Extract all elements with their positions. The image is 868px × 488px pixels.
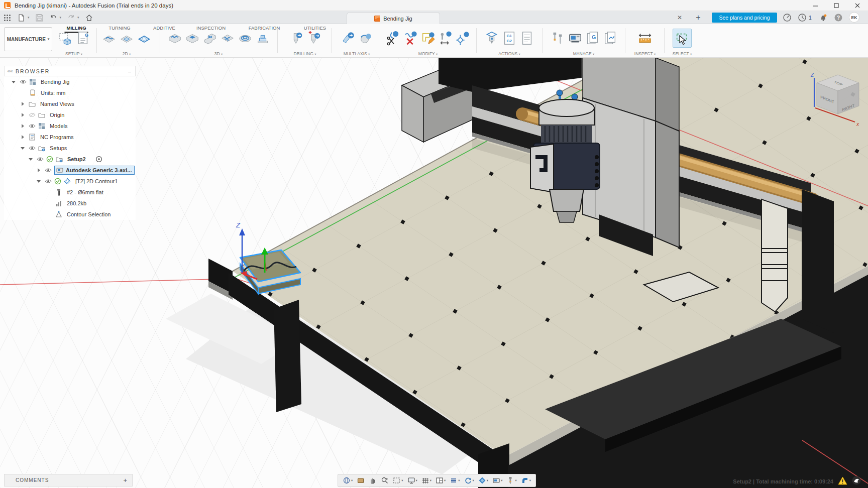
nc-program-icon[interactable]: G xyxy=(75,31,90,46)
tab-close-icon[interactable]: ✕ xyxy=(675,13,684,22)
drill-icon[interactable] xyxy=(289,31,304,46)
chevron-down-icon[interactable] xyxy=(27,156,34,163)
post-process-icon[interactable]: G1G2 xyxy=(502,31,517,46)
file-menu-caret-icon[interactable]: ▾ xyxy=(28,16,30,20)
pan-button[interactable] xyxy=(367,474,378,486)
undo-icon[interactable] xyxy=(49,14,58,22)
new-setup-icon[interactable] xyxy=(58,31,73,46)
zoom-window-button[interactable]: ▾ xyxy=(391,474,404,486)
active-setup-target-icon[interactable] xyxy=(95,156,102,163)
add-comment-icon[interactable]: + xyxy=(123,476,127,484)
tool-display-button[interactable]: ▾ xyxy=(505,474,518,486)
stretch-icon[interactable] xyxy=(438,31,453,46)
comments-bar[interactable]: COMMENTS + xyxy=(4,474,133,486)
file-menu-icon[interactable] xyxy=(17,14,26,22)
notification-bell-icon[interactable] xyxy=(819,13,828,22)
chevron-right-icon[interactable] xyxy=(19,111,26,118)
job-processing-icon[interactable] xyxy=(852,476,861,487)
3d-flow-icon[interactable] xyxy=(220,31,235,46)
simulate-icon[interactable] xyxy=(484,31,499,46)
see-plans-button[interactable]: See plans and pricing xyxy=(712,13,777,23)
viewports-button[interactable]: ▾ xyxy=(434,474,447,486)
zoom-button[interactable] xyxy=(379,474,390,486)
grid-button[interactable]: ▾ xyxy=(420,474,433,486)
3d-pocket-icon[interactable] xyxy=(185,31,200,46)
probe-display-button[interactable]: ▾ xyxy=(519,474,532,486)
eye-icon[interactable] xyxy=(29,145,36,152)
setup-sheet-icon[interactable] xyxy=(519,31,534,46)
tree-item-setup2[interactable]: Setup2 xyxy=(4,154,136,165)
2d-contour-icon[interactable] xyxy=(137,31,152,46)
tree-item-root[interactable]: Bending Jig xyxy=(4,76,136,87)
3d-spiral-icon[interactable] xyxy=(238,31,253,46)
chevron-down-icon[interactable] xyxy=(10,78,17,85)
eye-off-icon[interactable] xyxy=(29,111,36,118)
maximize-button[interactable] xyxy=(829,0,844,11)
machine-display-button[interactable]: ▾ xyxy=(491,474,504,486)
simulate-refresh-button[interactable]: ▾ xyxy=(463,474,476,486)
help-icon[interactable]: ? xyxy=(834,13,843,22)
eye-icon[interactable] xyxy=(29,123,36,130)
tool-library-icon[interactable] xyxy=(550,31,565,46)
tree-item-setups[interactable]: Setups xyxy=(4,143,136,154)
template-library-icon[interactable] xyxy=(603,31,618,46)
move-toolpath-icon[interactable] xyxy=(456,31,471,46)
machine-library-icon[interactable] xyxy=(568,31,583,46)
eye-icon[interactable] xyxy=(20,78,27,85)
display-settings-button[interactable]: ▾ xyxy=(406,474,419,486)
tree-item-units[interactable]: Units: mm xyxy=(4,87,136,98)
home-icon[interactable] xyxy=(85,14,93,22)
eye-icon[interactable] xyxy=(45,178,52,185)
tree-item-named-views[interactable]: Named Views xyxy=(4,98,136,109)
save-icon[interactable] xyxy=(35,14,44,22)
drill-pattern-icon[interactable] xyxy=(306,31,321,46)
look-at-button[interactable] xyxy=(355,474,366,486)
3d-steep-icon[interactable] xyxy=(202,31,218,46)
tree-item-contour-op[interactable]: [T2] 2D Contour1 xyxy=(4,176,136,187)
minimize-panel-icon[interactable]: – xyxy=(124,68,135,74)
3d-adaptive-icon[interactable] xyxy=(167,31,182,46)
collapse-panel-icon[interactable]: «« xyxy=(5,68,16,74)
toolpath-display-button[interactable]: ▾ xyxy=(477,474,490,486)
warning-icon[interactable] xyxy=(838,476,847,487)
new-tab-icon[interactable]: + xyxy=(693,12,703,23)
2d-pocket-icon[interactable] xyxy=(119,31,134,46)
redo-icon[interactable] xyxy=(67,14,75,22)
swarf-icon[interactable] xyxy=(341,31,356,46)
tree-item-origin[interactable]: Origin xyxy=(4,109,136,120)
post-library-icon[interactable]: G xyxy=(585,31,600,46)
trim-toolpath-icon[interactable] xyxy=(385,31,400,46)
3d-viewport[interactable]: Z xyxy=(0,58,868,488)
eye-icon[interactable] xyxy=(37,156,44,163)
tree-item-contour-selection[interactable]: Contour Selection xyxy=(4,209,136,220)
chevron-right-icon[interactable] xyxy=(19,134,26,141)
tree-item-size[interactable]: 280.2kb xyxy=(4,198,136,209)
3d-ramp-icon[interactable] xyxy=(255,31,270,46)
document-tab[interactable]: Bending Jig xyxy=(347,12,440,24)
view-cube[interactable]: TOP FRONT RIGHT Z x xyxy=(809,71,865,130)
workspace-selector[interactable]: MANUFACTURE▾ xyxy=(4,27,52,51)
chevron-down-icon[interactable] xyxy=(35,178,42,185)
tree-item-machine[interactable]: Autodesk Generic 3-axi... xyxy=(4,165,136,176)
orbit-button[interactable]: ▾ xyxy=(341,474,354,486)
delete-passes-icon[interactable] xyxy=(403,31,418,46)
chevron-right-icon[interactable] xyxy=(35,167,42,174)
close-button[interactable] xyxy=(850,0,865,11)
browser-selected-item[interactable]: Autodesk Generic 3-axi... xyxy=(54,166,135,175)
undo-caret-icon[interactable]: ▾ xyxy=(60,16,62,20)
minimize-button[interactable] xyxy=(808,0,823,11)
job-status-clock-icon[interactable] xyxy=(798,13,807,22)
chevron-right-icon[interactable] xyxy=(19,100,26,107)
rotary-icon[interactable] xyxy=(358,31,373,46)
avatar[interactable]: EK xyxy=(849,12,859,23)
edit-toolpath-icon[interactable] xyxy=(420,31,436,46)
chevron-down-icon[interactable] xyxy=(19,145,26,152)
tree-item-nc-programs[interactable]: NC Programs xyxy=(4,132,136,143)
tree-item-models[interactable]: Models xyxy=(4,120,136,132)
2d-adaptive-icon[interactable] xyxy=(101,31,117,46)
app-grid-icon[interactable] xyxy=(3,14,12,22)
passes-display-button[interactable]: ▾ xyxy=(448,474,461,486)
extension-gauge-icon[interactable] xyxy=(783,13,792,22)
eye-icon[interactable] xyxy=(45,167,52,174)
chevron-right-icon[interactable] xyxy=(19,123,26,130)
